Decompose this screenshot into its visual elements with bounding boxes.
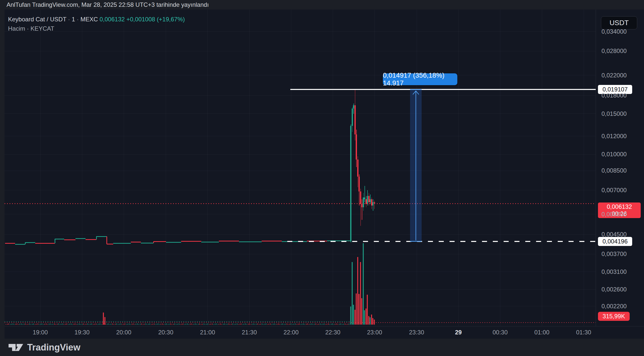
price-gridline [5, 75, 596, 75]
volume-bar-small [328, 324, 329, 325]
baseline-segment [131, 242, 141, 242]
candle [363, 197, 364, 207]
volume-bar [372, 318, 373, 325]
price-axis[interactable]: USDT 0,019107 0,006132 00:26 0,004196 31… [596, 10, 644, 326]
high-line [290, 89, 596, 90]
volume-bar [361, 298, 362, 325]
volume-bar-small [199, 324, 200, 325]
volume-bar-small [246, 324, 247, 325]
baseline-segment [5, 243, 15, 244]
volume-bar-small [279, 324, 280, 325]
volume-bar-small [311, 324, 312, 325]
baseline-segment [96, 236, 107, 237]
volume-bar-small [317, 324, 318, 325]
volume-bar-small [87, 324, 88, 325]
volume-bar-small [302, 324, 302, 325]
volume-bar-small [320, 324, 320, 325]
volume-bar-small [249, 324, 250, 325]
volume-legend[interactable]: Hacim · KEYCAT [8, 25, 54, 33]
volume-bar-small [315, 324, 316, 325]
volume-bar-small [44, 324, 45, 325]
volume-bar-small [331, 324, 332, 325]
volume-bar-small [17, 324, 17, 325]
volume-bar-small [273, 324, 273, 325]
volume-bar-small [11, 324, 12, 325]
candle [370, 199, 371, 202]
volume-bar-small [201, 324, 202, 325]
volume-bar-small [154, 324, 154, 325]
price-gridline [5, 214, 596, 214]
chart-pane[interactable]: 0,014917 (356,18%) 14.917 [5, 10, 596, 326]
volume-bar [371, 315, 372, 325]
volume-bar-small [55, 324, 56, 325]
volume-bar-small [151, 324, 152, 325]
volume-bar-small [169, 324, 170, 325]
volume-bar-small [343, 324, 344, 325]
measure-tooltip[interactable]: 0,014917 (356,18%) 14.917 [383, 73, 457, 85]
volume-bar-small [208, 324, 208, 325]
time-tick-label: 19:00 [33, 329, 48, 336]
candle [364, 197, 365, 199]
volume-bar-small [91, 324, 92, 325]
volume-bar-small [346, 324, 347, 325]
volume-bar-small [33, 324, 34, 325]
volume-bar-small [194, 324, 194, 325]
baseline-step [55, 239, 55, 243]
legend-change: +0,001008 (+19,67%) [127, 16, 185, 23]
volume-bar [357, 257, 358, 325]
time-tick-label: 20:00 [116, 329, 131, 336]
volume-bar-small [25, 324, 26, 325]
volume-bar-small [138, 324, 139, 325]
baseline-step [153, 242, 154, 243]
volume-bar-small [266, 324, 266, 325]
volume-bar-small [323, 324, 323, 325]
volume-bar-small [223, 324, 224, 325]
chart-legend[interactable]: Keyboard Cat / USDT · 1 · MEXC 0,006132 … [8, 15, 185, 24]
volume-bar-small [54, 324, 55, 325]
volume-bar-small [152, 324, 153, 325]
volume-bar-small [321, 324, 322, 325]
volume-bar-small [300, 324, 301, 325]
time-gridline [542, 10, 542, 326]
volume-bar-small [21, 324, 22, 325]
baseline-segment [75, 238, 86, 239]
tradingview-logo-text[interactable]: TradingView [27, 342, 80, 353]
price-tick-label: 0,015000 [601, 110, 627, 117]
volume-bar-small [177, 324, 178, 325]
price-gridline [5, 154, 596, 155]
volume-bar-small [263, 324, 264, 325]
volume-bar-small [118, 324, 118, 325]
volume-bar-small [313, 324, 313, 325]
volume-bar-small [98, 324, 99, 325]
volume-bar-small [295, 324, 296, 325]
volume-bar-small [248, 324, 249, 325]
price-gridline [5, 254, 596, 254]
volume-bar-small [173, 324, 174, 325]
volume-bar-small [340, 324, 341, 325]
volume-bar-small [192, 324, 193, 325]
time-gridline [40, 10, 41, 326]
volume-bar-small [268, 324, 269, 325]
volume-bar-small [349, 324, 349, 325]
currency-toggle-button[interactable]: USDT [601, 16, 637, 29]
volume-bar-small [179, 324, 179, 325]
symbol-title: Keyboard Cat / USDT [8, 16, 66, 23]
volume-bar-small [204, 324, 204, 325]
time-axis[interactable]: 19:0019:3020:0020:3021:0021:3022:0022:30… [5, 326, 644, 339]
volume-bar [368, 316, 369, 325]
volume-bar-small [159, 324, 160, 325]
volume-bar-small [43, 324, 44, 325]
volume-bar-small [318, 324, 319, 325]
volume-bar-small [137, 324, 138, 325]
price-gridline [5, 95, 596, 95]
volume-bar [350, 307, 351, 325]
baseline-segment [25, 242, 35, 243]
volume-dotted-line-green [5, 321, 350, 322]
volume-bar-small [237, 324, 237, 325]
volume-bar-small [198, 324, 199, 325]
price-tick-label: 0,022000 [601, 72, 627, 79]
volume-bar-small [339, 324, 340, 325]
price-tick-label: 0,008500 [601, 167, 627, 174]
tradingview-logo-icon[interactable] [9, 344, 23, 351]
time-gridline [584, 10, 584, 326]
